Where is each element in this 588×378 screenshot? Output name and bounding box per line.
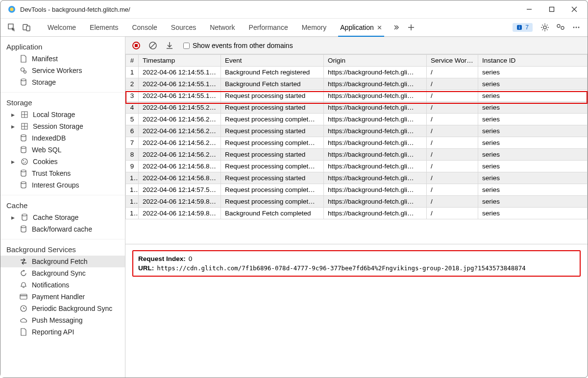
cell-service-worker: /	[427, 137, 478, 149]
issues-badge[interactable]: i 7	[513, 23, 533, 32]
disclosure-triangle-icon[interactable]: ▸	[11, 213, 16, 221]
tab-sources[interactable]: Sources	[164, 19, 203, 36]
cell-service-worker: /	[427, 78, 478, 90]
svg-point-28	[24, 71, 26, 73]
close-tab-icon[interactable]: ✕	[377, 24, 382, 31]
col-origin[interactable]: Origin	[324, 55, 427, 67]
col-service-worker[interactable]: Service Wor…	[427, 55, 478, 67]
sidebar-item-websql[interactable]: Web SQL	[0, 144, 125, 156]
section-storage: Storage ▸Local Storage ▸Session Storage …	[0, 93, 125, 195]
table-row[interactable]: 22022-04-06 12:14:55.1…Background Fetch …	[126, 78, 588, 90]
sidebar-item-push-messaging[interactable]: Push Messaging	[0, 314, 125, 326]
tab-network[interactable]: Network	[203, 19, 242, 36]
disclosure-triangle-icon[interactable]: ▸	[11, 111, 16, 118]
tab-elements[interactable]: Elements	[83, 19, 125, 36]
svg-point-39	[23, 160, 24, 161]
col-index[interactable]: #	[126, 55, 139, 67]
cell-event: Request processing started	[221, 125, 324, 137]
cell-origin: https://background-fetch.gli…	[324, 90, 427, 102]
cell-service-worker: /	[427, 172, 478, 184]
record-button[interactable]	[130, 40, 142, 51]
file-icon	[19, 54, 28, 63]
cell-origin: https://background-fetch.gli…	[324, 125, 427, 137]
sidebar-item-interest-groups[interactable]: Interest Groups	[0, 179, 125, 191]
table-row[interactable]: 1..2022-04-06 12:14:57.5…Request process…	[126, 184, 588, 196]
more-tabs-icon[interactable]	[389, 19, 404, 36]
sidebar-item-reporting-api[interactable]: Reporting API	[0, 326, 125, 338]
svg-point-44	[22, 214, 27, 216]
table-row[interactable]: 52022-04-06 12:14:56.2…Request processin…	[126, 114, 588, 125]
sidebar-item-cache-storage[interactable]: ▸Cache Storage	[0, 212, 125, 223]
svg-line-21	[542, 29, 543, 30]
inspect-element-icon[interactable]	[4, 19, 19, 36]
cell-index: 4	[126, 102, 139, 114]
table-row[interactable]: 92022-04-06 12:14:56.8…Request processin…	[126, 161, 588, 172]
section-application: Application Manifest Service Workers Sto…	[0, 37, 125, 93]
minimize-button[interactable]	[518, 2, 540, 17]
card-icon	[19, 292, 28, 301]
sidebar-item-payment-handler[interactable]: Payment Handler	[0, 291, 125, 303]
col-timestamp[interactable]: Timestamp	[139, 55, 221, 67]
sidebar-item-background-fetch[interactable]: Background Fetch	[0, 256, 125, 267]
col-instance-id[interactable]: Instance ID	[478, 55, 588, 67]
table-row[interactable]: 12022-04-06 12:14:55.1…Background Fetch …	[126, 67, 588, 78]
cell-instance-id: series	[478, 90, 588, 102]
tab-welcome[interactable]: Welcome	[41, 19, 83, 36]
cell-timestamp: 2022-04-06 12:14:56.2…	[139, 137, 221, 149]
show-other-domains-input[interactable]	[183, 43, 190, 49]
sidebar-item-service-workers[interactable]: Service Workers	[0, 65, 125, 76]
section-cache: Cache ▸Cache Storage Back/forward cache	[0, 195, 125, 239]
add-tab-icon[interactable]	[404, 19, 418, 36]
svg-point-38	[22, 159, 27, 165]
table-row[interactable]: 32022-04-06 12:14:55.1…Request processin…	[126, 90, 588, 102]
section-title-application: Application	[0, 40, 125, 53]
sidebar-item-cookies[interactable]: ▸Cookies	[0, 156, 125, 167]
cell-index: 6	[126, 125, 139, 137]
sidebar-item-notifications[interactable]: Notifications	[0, 279, 125, 291]
device-toggle-icon[interactable]	[19, 19, 34, 36]
sidebar-item-local-storage[interactable]: ▸Local Storage	[0, 109, 125, 120]
cloud-icon	[19, 316, 28, 325]
svg-rect-3	[550, 7, 554, 12]
cell-service-worker: /	[427, 149, 478, 161]
database-icon	[19, 181, 28, 189]
table-row[interactable]: 72022-04-06 12:14:56.2…Request processin…	[126, 137, 588, 149]
sidebar-item-trust-tokens[interactable]: Trust Tokens	[0, 167, 125, 179]
table-row[interactable]: 62022-04-06 12:14:56.2…Request processin…	[126, 125, 588, 137]
table-row[interactable]: 42022-04-06 12:14:55.2…Request processin…	[126, 102, 588, 114]
sidebar-item-periodic-sync[interactable]: Periodic Background Sync	[0, 303, 125, 314]
cell-origin: https://background-fetch.gli…	[324, 196, 427, 208]
tab-application[interactable]: Application✕	[333, 19, 389, 36]
cell-timestamp: 2022-04-06 12:14:59.8…	[139, 208, 221, 219]
table-row[interactable]: 1..2022-04-06 12:14:59.8…Background Fetc…	[126, 208, 588, 219]
cell-instance-id: series	[478, 102, 588, 114]
tab-memory[interactable]: Memory	[295, 19, 334, 36]
main-tabs: Welcome Elements Console Sources Network…	[0, 18, 588, 37]
cell-index: 8	[126, 149, 139, 161]
col-event[interactable]: Event	[221, 55, 324, 67]
sidebar-item-manifest[interactable]: Manifest	[0, 53, 125, 65]
maximize-button[interactable]	[540, 2, 563, 17]
tab-console[interactable]: Console	[125, 19, 164, 36]
table-row[interactable]: 1..2022-04-06 12:14:59.8…Request process…	[126, 196, 588, 208]
cell-timestamp: 2022-04-06 12:14:56.8…	[139, 172, 221, 184]
show-other-domains-checkbox[interactable]: Show events from other domains	[183, 42, 293, 49]
settings-icon[interactable]	[538, 23, 552, 32]
sidebar-item-indexeddb[interactable]: IndexedDB	[0, 132, 125, 144]
disclosure-triangle-icon[interactable]: ▸	[11, 158, 16, 165]
cell-origin: https://background-fetch.gli…	[324, 78, 427, 90]
svg-point-36	[21, 135, 26, 137]
sidebar-item-background-sync[interactable]: Background Sync	[0, 267, 125, 279]
tab-performance[interactable]: Performance	[242, 19, 295, 36]
feedback-icon[interactable]	[553, 23, 568, 32]
table-row[interactable]: 82022-04-06 12:14:56.2…Request processin…	[126, 149, 588, 161]
table-row[interactable]: 1..2022-04-06 12:14:56.8…Request process…	[126, 172, 588, 184]
sidebar-item-session-storage[interactable]: ▸Session Storage	[0, 120, 125, 132]
close-button[interactable]	[563, 2, 586, 17]
disclosure-triangle-icon[interactable]: ▸	[11, 122, 16, 130]
clear-button[interactable]	[147, 40, 159, 51]
sidebar-item-bfcache[interactable]: Back/forward cache	[0, 223, 125, 235]
sidebar-item-storage-overview[interactable]: Storage	[0, 76, 125, 88]
more-menu-icon[interactable]	[569, 24, 584, 31]
download-button[interactable]	[164, 40, 175, 51]
